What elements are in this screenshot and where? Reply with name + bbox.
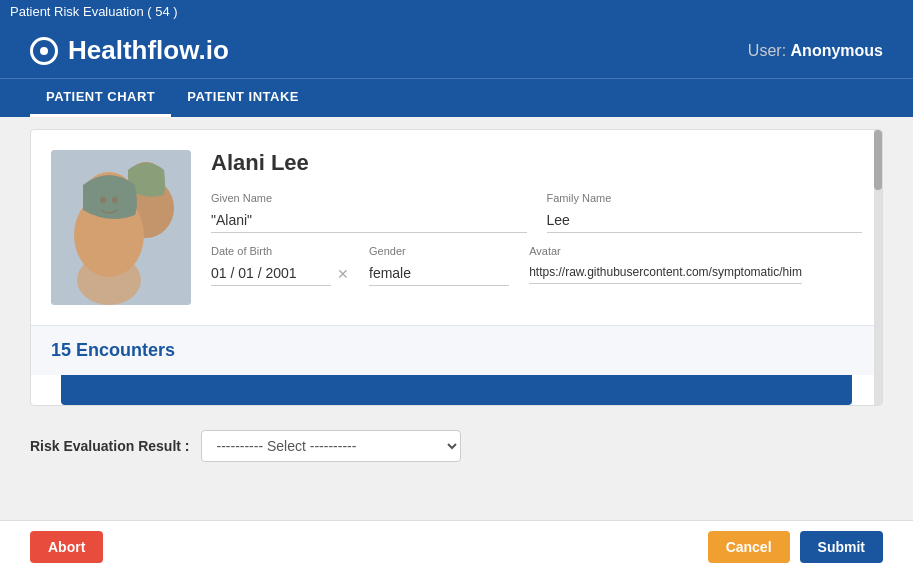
given-name-value: "Alani" [211,208,527,233]
dob-clear-icon[interactable]: ✕ [337,266,349,282]
patient-info: Alani Lee Given Name "Alani" Family Name… [211,150,862,298]
patient-card: Alani Lee Given Name "Alani" Family Name… [31,130,882,325]
abort-button[interactable]: Abort [30,531,103,563]
avatar-url-value: https://raw.githubusercontent.com/sympto… [529,261,802,284]
submit-button[interactable]: Submit [800,531,883,563]
risk-evaluation-label: Risk Evaluation Result : [30,438,189,454]
patient-avatar-image [51,150,191,305]
gender-label: Gender [369,245,509,257]
logo-circle-icon [30,37,58,65]
scrollbar-thumb[interactable] [874,130,882,190]
logo-dot-icon [40,47,48,55]
risk-evaluation-section: Risk Evaluation Result : ---------- Sele… [0,418,913,474]
top-bar-label: Patient Risk Evaluation ( 54 ) [10,4,178,19]
cancel-button[interactable]: Cancel [708,531,790,563]
user-name: Anonymous [791,42,883,59]
field-gender: Gender female [369,245,509,286]
field-row-dob-gender: Date of Birth 01 / 01 / 2001 ✕ Gender fe… [211,245,862,286]
logo: Healthflow.io [30,35,229,66]
encounters-count: 15 Encounters [51,340,175,360]
dob-field-with-icon: 01 / 01 / 2001 ✕ [211,261,349,286]
family-name-label: Family Name [547,192,863,204]
svg-point-7 [77,255,141,305]
field-avatar: Avatar https://raw.githubusercontent.com… [529,245,802,286]
user-label: User: [748,42,786,59]
svg-point-5 [100,197,106,204]
logo-text: Healthflow.io [68,35,229,66]
field-dob: Date of Birth 01 / 01 / 2001 ✕ [211,245,349,286]
header: Healthflow.io User: Anonymous [0,23,913,78]
nav-patient-chart-label: PATIENT CHART [46,89,155,104]
family-name-value: Lee [547,208,863,233]
footer-actions: Abort Cancel Submit [0,520,913,573]
user-info: User: Anonymous [748,42,883,60]
encounters-section: 15 Encounters [31,325,882,375]
nav-patient-intake-label: PATIENT INTAKE [187,89,299,104]
patient-full-name: Alani Lee [211,150,862,176]
field-row-name: Given Name "Alani" Family Name Lee [211,192,862,233]
navigation: PATIENT CHART PATIENT INTAKE [0,78,913,117]
dob-label: Date of Birth [211,245,349,257]
field-family-name: Family Name Lee [547,192,863,233]
dob-value: 01 / 01 / 2001 [211,261,331,286]
card-bottom-bar [61,375,852,405]
nav-patient-chart[interactable]: PATIENT CHART [30,79,171,117]
risk-evaluation-select[interactable]: ---------- Select ---------- [201,430,461,462]
given-name-label: Given Name [211,192,527,204]
footer-button-group: Cancel Submit [708,531,883,563]
avatar-label: Avatar [529,245,802,257]
nav-patient-intake[interactable]: PATIENT INTAKE [171,79,315,117]
field-given-name: Given Name "Alani" [211,192,527,233]
svg-point-6 [112,197,118,204]
main-content: Alani Lee Given Name "Alani" Family Name… [30,129,883,406]
top-bar: Patient Risk Evaluation ( 54 ) [0,0,913,23]
scrollbar-track[interactable] [874,130,882,405]
gender-value: female [369,261,509,286]
